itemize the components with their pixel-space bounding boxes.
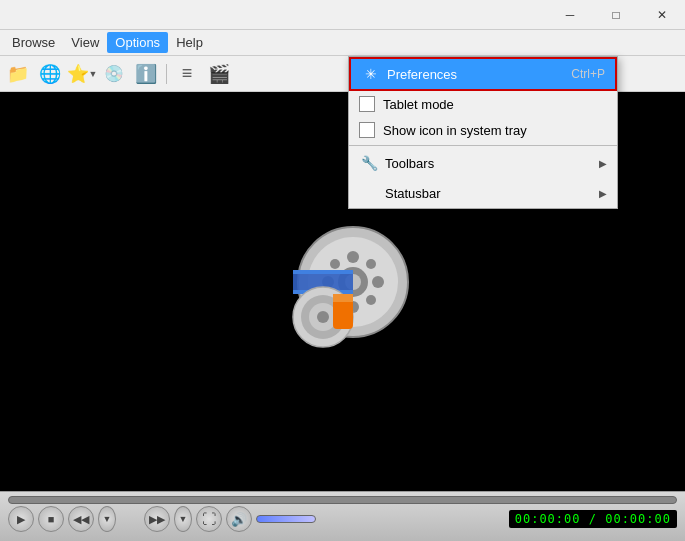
- app-logo: [263, 212, 423, 372]
- toolbar-info[interactable]: ℹ️: [132, 60, 160, 88]
- menu-item-tablet-mode[interactable]: Tablet mode: [349, 91, 617, 117]
- menu-bar: Browse View Options Help: [0, 30, 685, 56]
- title-bar: ─ □ ✕: [0, 0, 685, 30]
- menu-separator-1: [349, 145, 617, 146]
- svg-point-18: [317, 311, 329, 323]
- toolbars-arrow-icon: ▶: [599, 158, 607, 169]
- svg-point-9: [366, 259, 376, 269]
- controls-bar: ▶ ■ ◀◀ ▼ ▶▶ ▼ ⛶ 🔊 00:00:00 / 00:00:00: [0, 491, 685, 541]
- menu-item-toolbars[interactable]: 🔧 Toolbars ▶: [349, 148, 617, 178]
- preferences-icon: ✳: [361, 64, 381, 84]
- play-button[interactable]: ▶: [8, 506, 34, 532]
- maximize-button[interactable]: □: [593, 0, 639, 30]
- close-button[interactable]: ✕: [639, 0, 685, 30]
- globe-icon: 🌐: [39, 63, 61, 85]
- playlist-icon: ≡: [182, 63, 193, 84]
- toolbar-media[interactable]: 🎬: [205, 60, 233, 88]
- fullscreen-button[interactable]: ⛶: [196, 506, 222, 532]
- tablet-mode-label: Tablet mode: [383, 97, 607, 112]
- svg-rect-20: [333, 294, 353, 302]
- stop-button[interactable]: ■: [38, 506, 64, 532]
- toolbar-dvd[interactable]: 💿: [100, 60, 128, 88]
- menu-options[interactable]: Options: [107, 32, 168, 53]
- svg-point-4: [347, 251, 359, 263]
- fast-forward-button[interactable]: ▶▶: [144, 506, 170, 532]
- svg-point-8: [330, 259, 340, 269]
- show-tray-icon-checkbox[interactable]: [359, 122, 375, 138]
- fast-forward-dropdown-button[interactable]: ▼: [174, 506, 192, 532]
- folder-icon: 📁: [7, 63, 29, 85]
- favorites-dropdown-icon: ▼: [89, 69, 98, 79]
- controls-row: ▶ ■ ◀◀ ▼ ▶▶ ▼ ⛶ 🔊 00:00:00 / 00:00:00: [0, 504, 685, 534]
- show-tray-icon-label: Show icon in system tray: [383, 123, 607, 138]
- preferences-label: Preferences: [387, 67, 571, 82]
- rewind-dropdown-button[interactable]: ▼: [98, 506, 116, 532]
- statusbar-label: Statusbar: [385, 186, 599, 201]
- tablet-mode-checkbox[interactable]: [359, 96, 375, 112]
- toolbar-playlist[interactable]: ≡: [173, 60, 201, 88]
- volume-button[interactable]: 🔊: [226, 506, 252, 532]
- seek-bar[interactable]: [8, 496, 677, 504]
- toolbars-label: Toolbars: [385, 156, 599, 171]
- statusbar-icon: [359, 183, 379, 203]
- rewind-button[interactable]: ◀◀: [68, 506, 94, 532]
- volume-bar[interactable]: [256, 515, 316, 523]
- toolbar-open-url[interactable]: 🌐: [36, 60, 64, 88]
- media-icon: 🎬: [208, 63, 230, 85]
- minimize-button[interactable]: ─: [547, 0, 593, 30]
- menu-item-preferences[interactable]: ✳ Preferences Ctrl+P: [349, 57, 617, 91]
- menu-help[interactable]: Help: [168, 32, 211, 53]
- statusbar-arrow-icon: ▶: [599, 188, 607, 199]
- svg-point-11: [366, 295, 376, 305]
- menu-item-statusbar[interactable]: Statusbar ▶: [349, 178, 617, 208]
- time-display: 00:00:00 / 00:00:00: [509, 510, 677, 528]
- menu-browse[interactable]: Browse: [4, 32, 63, 53]
- dvd-icon: 💿: [104, 64, 124, 83]
- svg-rect-13: [293, 270, 353, 274]
- svg-point-7: [372, 276, 384, 288]
- menu-item-show-tray-icon[interactable]: Show icon in system tray: [349, 117, 617, 143]
- menu-view[interactable]: View: [63, 32, 107, 53]
- options-dropdown-menu: ✳ Preferences Ctrl+P Tablet mode Show ic…: [348, 56, 618, 209]
- toolbar-separator: [166, 64, 167, 84]
- star-icon: ⭐: [67, 63, 89, 85]
- toolbar-open-folder[interactable]: 📁: [4, 60, 32, 88]
- preferences-shortcut: Ctrl+P: [571, 67, 605, 81]
- toolbar-favorites[interactable]: ⭐ ▼: [68, 60, 96, 88]
- toolbars-icon: 🔧: [359, 153, 379, 173]
- window-controls: ─ □ ✕: [547, 0, 685, 29]
- seek-bar-row: [0, 492, 685, 504]
- info-icon: ℹ️: [135, 63, 157, 85]
